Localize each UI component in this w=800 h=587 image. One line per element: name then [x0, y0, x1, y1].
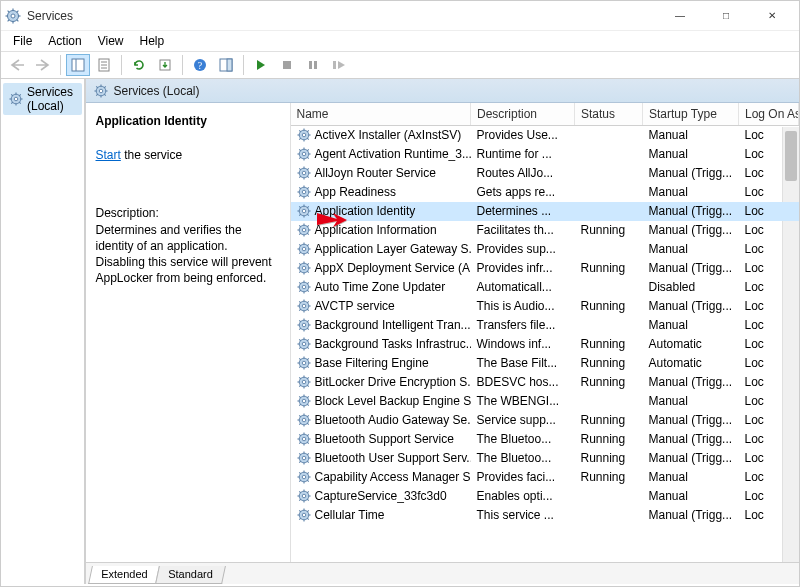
service-desc: Service supp...: [471, 411, 575, 430]
start-service-button[interactable]: [249, 54, 273, 76]
service-startup: Manual: [643, 392, 739, 411]
gear-icon: [297, 299, 311, 313]
service-row[interactable]: Block Level Backup Engine S...The WBENGI…: [291, 392, 799, 411]
service-row[interactable]: Application IdentityDetermines ...Manual…: [291, 202, 799, 221]
pause-service-button[interactable]: [301, 54, 325, 76]
service-status: Running: [575, 411, 643, 430]
refresh-button[interactable]: [127, 54, 151, 76]
service-startup: Manual (Trigg...: [643, 506, 739, 525]
services-table-pane: NameDescriptionStatusStartup TypeLog On …: [291, 103, 800, 562]
service-row[interactable]: ActiveX Installer (AxInstSV)Provides Use…: [291, 126, 799, 145]
services-table: NameDescriptionStatusStartup TypeLog On …: [291, 103, 800, 525]
service-desc: Windows inf...: [471, 335, 575, 354]
service-row[interactable]: Bluetooth User Support Serv...The Blueto…: [291, 449, 799, 468]
service-logon: Loc: [739, 164, 799, 183]
service-logon: Loc: [739, 316, 799, 335]
help-icon: ?: [193, 58, 207, 72]
service-startup: Manual: [643, 240, 739, 259]
col-header[interactable]: Log On As: [739, 103, 799, 126]
service-desc: Provides Use...: [471, 126, 575, 145]
service-desc: Determines ...: [471, 202, 575, 221]
service-row[interactable]: Bluetooth Support ServiceThe Bluetoo...R…: [291, 430, 799, 449]
service-row[interactable]: Application InformationFacilitates th...…: [291, 221, 799, 240]
service-startup: Manual (Trigg...: [643, 373, 739, 392]
gear-icon: [297, 128, 311, 142]
service-row[interactable]: CaptureService_33fc3d0Enables opti...Man…: [291, 487, 799, 506]
close-button[interactable]: ✕: [749, 1, 795, 31]
tree-root[interactable]: Services (Local): [3, 83, 82, 115]
service-desc: Transfers file...: [471, 316, 575, 335]
service-name: Block Level Backup Engine S...: [315, 394, 471, 408]
service-logon: Loc: [739, 221, 799, 240]
service-logon: Loc: [739, 411, 799, 430]
service-status: Running: [575, 259, 643, 278]
table-scroll[interactable]: NameDescriptionStatusStartup TypeLog On …: [291, 103, 800, 562]
service-desc: Runtime for ...: [471, 145, 575, 164]
console-tree-button[interactable]: [66, 54, 90, 76]
service-name: Bluetooth Support Service: [315, 432, 454, 446]
service-row[interactable]: Application Layer Gateway S...Provides s…: [291, 240, 799, 259]
minimize-button[interactable]: —: [657, 1, 703, 31]
service-name: CaptureService_33fc3d0: [315, 489, 447, 503]
help-button[interactable]: ?: [188, 54, 212, 76]
export-button[interactable]: [153, 54, 177, 76]
service-row[interactable]: App ReadinessGets apps re...ManualLoc: [291, 183, 799, 202]
service-startup: Automatic: [643, 335, 739, 354]
service-desc: The Bluetoo...: [471, 449, 575, 468]
service-row[interactable]: Background Tasks Infrastruc...Windows in…: [291, 335, 799, 354]
page-icon: [97, 58, 111, 72]
gear-icon: [297, 508, 311, 522]
col-header[interactable]: Status: [575, 103, 643, 126]
service-row[interactable]: Cellular TimeThis service ...Manual (Tri…: [291, 506, 799, 525]
service-row[interactable]: Bluetooth Audio Gateway Se...Service sup…: [291, 411, 799, 430]
tree-icon: [71, 58, 85, 72]
service-row[interactable]: Capability Access Manager S...Provides f…: [291, 468, 799, 487]
service-row[interactable]: Background Intelligent Tran...Transfers …: [291, 316, 799, 335]
col-header[interactable]: Startup Type: [643, 103, 739, 126]
service-row[interactable]: Auto Time Zone UpdaterAutomaticall...Dis…: [291, 278, 799, 297]
service-row[interactable]: AllJoyn Router ServiceRoutes AllJo...Man…: [291, 164, 799, 183]
service-name: Background Intelligent Tran...: [315, 318, 471, 332]
step-icon: [332, 59, 346, 71]
maximize-button[interactable]: □: [703, 1, 749, 31]
col-header[interactable]: Name: [291, 103, 471, 126]
properties-button[interactable]: [92, 54, 116, 76]
menu-help[interactable]: Help: [132, 32, 173, 50]
service-row[interactable]: Base Filtering EngineThe Base Filt...Run…: [291, 354, 799, 373]
service-logon: Loc: [739, 354, 799, 373]
service-status: [575, 183, 643, 202]
service-desc: The Base Filt...: [471, 354, 575, 373]
menu-view[interactable]: View: [90, 32, 132, 50]
content-split: Application Identity Start the service D…: [86, 103, 800, 562]
service-row[interactable]: AppX Deployment Service (A...Provides in…: [291, 259, 799, 278]
service-row[interactable]: BitLocker Drive Encryption S...BDESVC ho…: [291, 373, 799, 392]
restart-service-button[interactable]: [327, 54, 351, 76]
service-status: Running: [575, 468, 643, 487]
service-status: Running: [575, 373, 643, 392]
service-desc: Routes AllJo...: [471, 164, 575, 183]
app-gear-icon: [5, 8, 21, 24]
service-startup: Manual (Trigg...: [643, 411, 739, 430]
col-header[interactable]: Description: [471, 103, 575, 126]
service-startup: Manual: [643, 487, 739, 506]
start-service-link[interactable]: Start: [96, 148, 121, 162]
back-button[interactable]: [5, 54, 29, 76]
gear-icon: [297, 223, 311, 237]
service-desc: Facilitates th...: [471, 221, 575, 240]
service-status: Running: [575, 221, 643, 240]
service-logon: Loc: [739, 392, 799, 411]
action-pane-button[interactable]: [214, 54, 238, 76]
tab-extended[interactable]: Extended: [88, 566, 160, 584]
forward-button[interactable]: [31, 54, 55, 76]
service-status: [575, 316, 643, 335]
stop-service-button[interactable]: [275, 54, 299, 76]
tab-standard[interactable]: Standard: [155, 566, 225, 584]
menu-action[interactable]: Action: [40, 32, 89, 50]
service-row[interactable]: AVCTP serviceThis is Audio...RunningManu…: [291, 297, 799, 316]
menu-file[interactable]: File: [5, 32, 40, 50]
service-name: Bluetooth Audio Gateway Se...: [315, 413, 471, 427]
svg-rect-22: [309, 61, 312, 69]
service-row[interactable]: Agent Activation Runtime_3...Runtime for…: [291, 145, 799, 164]
gear-icon: [297, 394, 311, 408]
pause-icon: [307, 59, 319, 71]
